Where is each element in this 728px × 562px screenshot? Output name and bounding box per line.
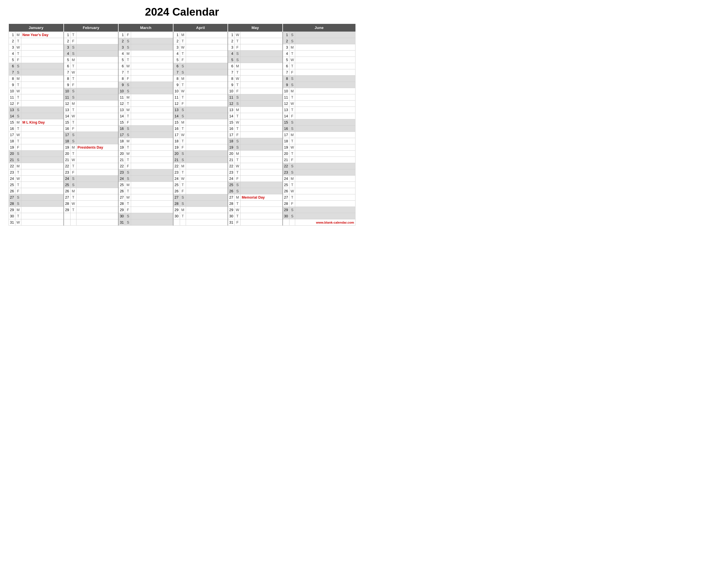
event-cell [131, 69, 173, 76]
day-number: 14 [9, 113, 15, 119]
event-cell [76, 138, 118, 144]
event-cell [76, 151, 118, 157]
event-cell [76, 101, 118, 107]
day-number: 9 [173, 82, 180, 88]
event-cell [295, 76, 355, 82]
month-header-apr: April [173, 24, 228, 32]
day-letter [180, 219, 186, 226]
event-cell [186, 151, 228, 157]
day-number: 24 [173, 176, 180, 182]
event-cell [240, 132, 282, 138]
day-letter: T [125, 157, 131, 163]
day-number: 25 [64, 182, 70, 188]
calendar-row: 31W31S31Fwww.blank-calendar.com [9, 219, 355, 226]
month-header-mar: March [118, 24, 173, 32]
event-cell [131, 169, 173, 176]
day-number: 13 [228, 107, 234, 113]
day-letter: S [15, 107, 21, 113]
day-number: 10 [173, 88, 180, 94]
day-letter: F [180, 188, 186, 194]
day-number: 31 [9, 219, 15, 226]
day-letter: W [125, 63, 131, 69]
event-cell [76, 32, 118, 38]
event-cell [240, 38, 282, 44]
event-cell [240, 201, 282, 207]
day-number: 27 [228, 194, 234, 201]
day-number: 8 [118, 76, 125, 82]
event-cell [131, 126, 173, 132]
event-cell: M L King Day [21, 119, 64, 126]
day-number: 30 [173, 213, 180, 219]
day-number: 23 [118, 169, 125, 176]
event-cell [240, 113, 282, 119]
day-letter: M [235, 194, 241, 201]
month-header-feb: February [64, 24, 118, 32]
calendar-row: 16T16F16S16T16T16S [9, 126, 355, 132]
calendar-row: 27S27T27W27S27MMemorial Day27T [9, 194, 355, 201]
day-number: 7 [9, 69, 15, 76]
event-cell [186, 219, 228, 226]
day-number: 29 [283, 207, 289, 213]
event-cell [240, 219, 282, 226]
day-letter: T [180, 213, 186, 219]
day-letter: W [15, 88, 21, 94]
event-cell [21, 176, 64, 182]
event-cell [76, 132, 118, 138]
day-number: 29 [118, 207, 125, 213]
event-cell [186, 113, 228, 119]
day-number: 31 [228, 219, 234, 226]
day-number: 9 [228, 82, 234, 88]
event-cell [76, 126, 118, 132]
day-number: 23 [173, 169, 180, 176]
day-letter: S [235, 57, 241, 63]
day-letter: T [15, 126, 21, 132]
event-cell [186, 69, 228, 76]
event-cell [21, 219, 64, 226]
day-number: 17 [64, 132, 70, 138]
event-cell [76, 82, 118, 88]
event-cell [131, 163, 173, 169]
day-letter: W [289, 144, 295, 151]
day-number: 15 [228, 119, 234, 126]
calendar-row: 7S7W7T7S7T7F [9, 69, 355, 76]
day-letter: W [125, 151, 131, 157]
day-letter: S [15, 113, 21, 119]
event-cell [240, 188, 282, 194]
day-number: 23 [9, 169, 15, 176]
day-letter: T [235, 157, 241, 163]
event-cell [76, 113, 118, 119]
day-letter: F [180, 101, 186, 107]
calendar-row: 25T25S25M25T25S25T [9, 182, 355, 188]
day-number: 27 [173, 194, 180, 201]
day-number: 19 [173, 144, 180, 151]
day-number: 9 [64, 82, 70, 88]
event-cell [21, 51, 64, 57]
day-number: 21 [64, 157, 70, 163]
day-number: 13 [64, 107, 70, 113]
event-cell [76, 88, 118, 94]
day-number [283, 219, 289, 226]
day-number: 13 [173, 107, 180, 113]
day-number: 3 [9, 44, 15, 51]
event-cell [21, 113, 64, 119]
event-cell [240, 169, 282, 176]
event-cell [186, 119, 228, 126]
event-cell [21, 88, 64, 94]
day-number: 31 [118, 219, 125, 226]
day-letter: S [289, 82, 295, 88]
day-number: 30 [118, 213, 125, 219]
event-cell [76, 207, 118, 213]
day-number: 12 [9, 101, 15, 107]
day-number: 12 [228, 101, 234, 107]
event-cell [131, 44, 173, 51]
day-number: 14 [228, 113, 234, 119]
day-letter: M [15, 207, 21, 213]
day-letter: T [70, 76, 76, 82]
event-cell [21, 101, 64, 107]
day-letter: T [15, 182, 21, 188]
calendar-row: 1MNew Year's Day1T1F1M1W1S [9, 32, 355, 38]
day-letter: T [15, 169, 21, 176]
event-cell [131, 94, 173, 101]
day-letter: M [235, 63, 241, 69]
day-number: 22 [118, 163, 125, 169]
